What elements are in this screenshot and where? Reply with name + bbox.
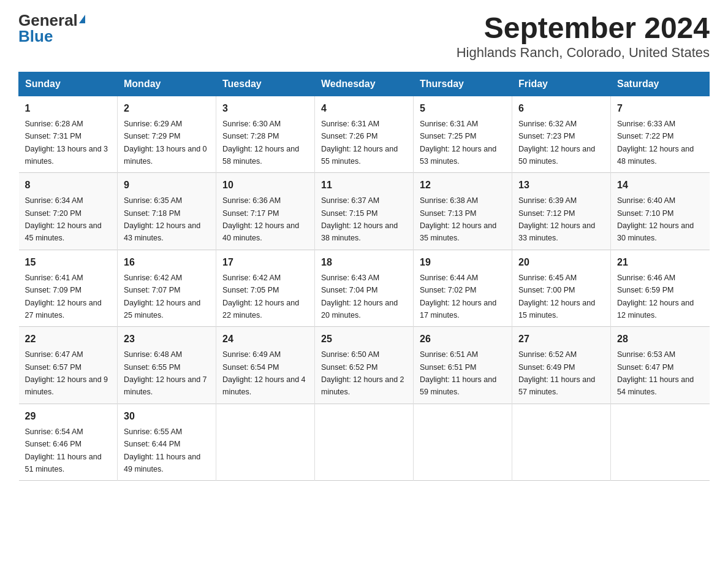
day-number: 3 [222, 101, 308, 116]
day-info: Sunrise: 6:29 AMSunset: 7:29 PMDaylight:… [124, 120, 207, 166]
calendar-cell: 19 Sunrise: 6:44 AMSunset: 7:02 PMDaylig… [414, 250, 512, 327]
calendar-week-row: 22 Sunrise: 6:47 AMSunset: 6:57 PMDaylig… [19, 327, 710, 404]
day-number: 2 [124, 101, 210, 116]
day-number: 29 [25, 409, 112, 424]
day-number: 6 [518, 101, 604, 116]
calendar-cell: 30 Sunrise: 6:55 AMSunset: 6:44 PMDaylig… [118, 404, 216, 481]
calendar-cell: 1 Sunrise: 6:28 AMSunset: 7:31 PMDayligh… [19, 96, 118, 173]
calendar-cell: 6 Sunrise: 6:32 AMSunset: 7:23 PMDayligh… [512, 96, 611, 173]
day-info: Sunrise: 6:45 AMSunset: 7:00 PMDaylight:… [518, 274, 595, 320]
calendar-cell: 23 Sunrise: 6:48 AMSunset: 6:55 PMDaylig… [118, 327, 216, 404]
day-info: Sunrise: 6:38 AMSunset: 7:13 PMDaylight:… [420, 196, 496, 242]
calendar-cell: 20 Sunrise: 6:45 AMSunset: 7:00 PMDaylig… [512, 250, 611, 327]
calendar-cell: 29 Sunrise: 6:54 AMSunset: 6:46 PMDaylig… [19, 404, 118, 481]
day-info: Sunrise: 6:31 AMSunset: 7:26 PMDaylight:… [321, 120, 398, 166]
day-number: 12 [420, 178, 506, 193]
col-header-sunday: Sunday [19, 72, 118, 96]
day-info: Sunrise: 6:55 AMSunset: 6:44 PMDaylight:… [124, 427, 200, 473]
day-number: 9 [124, 178, 210, 193]
calendar-cell: 24 Sunrise: 6:49 AMSunset: 6:54 PMDaylig… [216, 327, 315, 404]
logo: General Blue [18, 12, 85, 44]
day-number: 11 [321, 178, 407, 193]
day-number: 26 [420, 332, 506, 347]
day-info: Sunrise: 6:35 AMSunset: 7:18 PMDaylight:… [124, 196, 200, 242]
day-number: 14 [617, 178, 703, 193]
calendar-cell: 12 Sunrise: 6:38 AMSunset: 7:13 PMDaylig… [414, 173, 512, 250]
logo-blue: Blue [18, 28, 53, 44]
calendar-cell: 5 Sunrise: 6:31 AMSunset: 7:25 PMDayligh… [414, 96, 512, 173]
calendar-cell [611, 404, 710, 481]
day-info: Sunrise: 6:39 AMSunset: 7:12 PMDaylight:… [518, 196, 595, 242]
day-number: 19 [420, 255, 506, 270]
col-header-wednesday: Wednesday [315, 72, 414, 96]
page-subtitle: Highlands Ranch, Colorado, United States [457, 45, 710, 61]
day-number: 18 [321, 255, 407, 270]
day-info: Sunrise: 6:50 AMSunset: 6:52 PMDaylight:… [321, 350, 404, 396]
day-info: Sunrise: 6:33 AMSunset: 7:22 PMDaylight:… [617, 120, 694, 166]
calendar-week-row: 15 Sunrise: 6:41 AMSunset: 7:09 PMDaylig… [19, 250, 710, 327]
day-info: Sunrise: 6:49 AMSunset: 6:54 PMDaylight:… [222, 350, 306, 396]
day-info: Sunrise: 6:51 AMSunset: 6:51 PMDaylight:… [420, 350, 496, 396]
day-number: 25 [321, 332, 407, 347]
day-info: Sunrise: 6:44 AMSunset: 7:02 PMDaylight:… [420, 274, 496, 320]
calendar-cell: 9 Sunrise: 6:35 AMSunset: 7:18 PMDayligh… [118, 173, 216, 250]
day-info: Sunrise: 6:28 AMSunset: 7:31 PMDaylight:… [25, 120, 108, 166]
day-info: Sunrise: 6:41 AMSunset: 7:09 PMDaylight:… [25, 274, 102, 320]
day-info: Sunrise: 6:37 AMSunset: 7:15 PMDaylight:… [321, 196, 398, 242]
day-info: Sunrise: 6:46 AMSunset: 6:59 PMDaylight:… [617, 274, 694, 320]
day-number: 16 [124, 255, 210, 270]
col-header-monday: Monday [118, 72, 216, 96]
day-info: Sunrise: 6:43 AMSunset: 7:04 PMDaylight:… [321, 274, 398, 320]
calendar-cell: 15 Sunrise: 6:41 AMSunset: 7:09 PMDaylig… [19, 250, 118, 327]
day-info: Sunrise: 6:47 AMSunset: 6:57 PMDaylight:… [25, 350, 108, 396]
calendar-cell [315, 404, 414, 481]
day-info: Sunrise: 6:32 AMSunset: 7:23 PMDaylight:… [518, 120, 595, 166]
day-number: 10 [222, 178, 308, 193]
calendar-table: SundayMondayTuesdayWednesdayThursdayFrid… [18, 72, 710, 481]
calendar-cell: 8 Sunrise: 6:34 AMSunset: 7:20 PMDayligh… [19, 173, 118, 250]
day-number: 1 [25, 101, 112, 116]
col-header-friday: Friday [512, 72, 611, 96]
calendar-week-row: 1 Sunrise: 6:28 AMSunset: 7:31 PMDayligh… [19, 96, 710, 173]
calendar-cell: 11 Sunrise: 6:37 AMSunset: 7:15 PMDaylig… [315, 173, 414, 250]
calendar-week-row: 8 Sunrise: 6:34 AMSunset: 7:20 PMDayligh… [19, 173, 710, 250]
page-header: General Blue September 2024 Highlands Ra… [18, 12, 710, 61]
day-info: Sunrise: 6:42 AMSunset: 7:07 PMDaylight:… [124, 274, 200, 320]
calendar-cell: 7 Sunrise: 6:33 AMSunset: 7:22 PMDayligh… [611, 96, 710, 173]
day-number: 27 [518, 332, 604, 347]
day-number: 15 [25, 255, 112, 270]
day-info: Sunrise: 6:31 AMSunset: 7:25 PMDaylight:… [420, 120, 496, 166]
col-header-saturday: Saturday [611, 72, 710, 96]
col-header-thursday: Thursday [414, 72, 512, 96]
calendar-cell: 13 Sunrise: 6:39 AMSunset: 7:12 PMDaylig… [512, 173, 611, 250]
calendar-cell: 27 Sunrise: 6:52 AMSunset: 6:49 PMDaylig… [512, 327, 611, 404]
calendar-cell: 28 Sunrise: 6:53 AMSunset: 6:47 PMDaylig… [611, 327, 710, 404]
calendar-week-row: 29 Sunrise: 6:54 AMSunset: 6:46 PMDaylig… [19, 404, 710, 481]
logo-general: General [18, 12, 78, 28]
calendar-cell: 2 Sunrise: 6:29 AMSunset: 7:29 PMDayligh… [118, 96, 216, 173]
calendar-cell: 16 Sunrise: 6:42 AMSunset: 7:07 PMDaylig… [118, 250, 216, 327]
calendar-cell: 21 Sunrise: 6:46 AMSunset: 6:59 PMDaylig… [611, 250, 710, 327]
calendar-cell: 25 Sunrise: 6:50 AMSunset: 6:52 PMDaylig… [315, 327, 414, 404]
title-area: September 2024 Highlands Ranch, Colorado… [457, 12, 710, 61]
day-info: Sunrise: 6:48 AMSunset: 6:55 PMDaylight:… [124, 350, 207, 396]
day-info: Sunrise: 6:52 AMSunset: 6:49 PMDaylight:… [518, 350, 595, 396]
day-number: 30 [124, 409, 210, 424]
col-header-tuesday: Tuesday [216, 72, 315, 96]
day-number: 20 [518, 255, 604, 270]
calendar-cell: 26 Sunrise: 6:51 AMSunset: 6:51 PMDaylig… [414, 327, 512, 404]
calendar-cell: 17 Sunrise: 6:42 AMSunset: 7:05 PMDaylig… [216, 250, 315, 327]
day-number: 5 [420, 101, 506, 116]
day-info: Sunrise: 6:34 AMSunset: 7:20 PMDaylight:… [25, 196, 102, 242]
day-number: 22 [25, 332, 112, 347]
day-info: Sunrise: 6:30 AMSunset: 7:28 PMDaylight:… [222, 120, 299, 166]
calendar-cell [414, 404, 512, 481]
day-number: 8 [25, 178, 112, 193]
day-info: Sunrise: 6:54 AMSunset: 6:46 PMDaylight:… [25, 427, 102, 473]
day-number: 7 [617, 101, 703, 116]
calendar-cell: 4 Sunrise: 6:31 AMSunset: 7:26 PMDayligh… [315, 96, 414, 173]
calendar-cell [512, 404, 611, 481]
day-number: 21 [617, 255, 703, 270]
day-number: 4 [321, 101, 407, 116]
calendar-cell: 22 Sunrise: 6:47 AMSunset: 6:57 PMDaylig… [19, 327, 118, 404]
